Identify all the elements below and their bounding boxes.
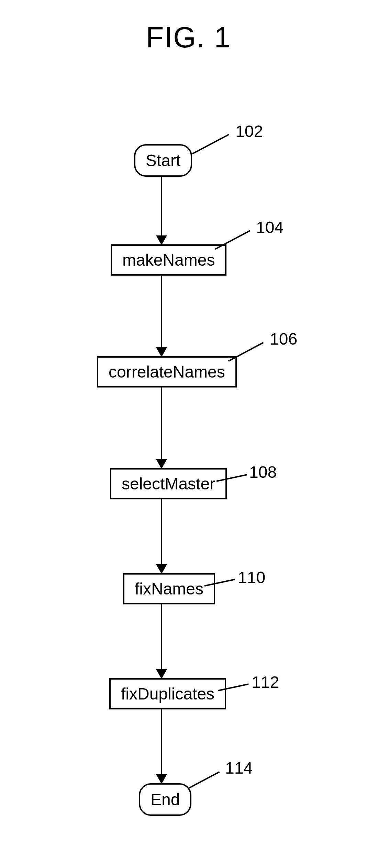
flowchart-container: FIG. 1 Start 102 makeNames 104 correlate…: [0, 0, 377, 868]
arrow-4: [161, 499, 162, 564]
selectmaster-node: selectMaster: [110, 468, 227, 499]
end-label: End: [151, 790, 180, 809]
arrow-6: [161, 709, 162, 774]
arrowhead-5: [156, 669, 167, 679]
ref-102: 102: [235, 122, 263, 141]
selectmaster-label: selectMaster: [122, 475, 215, 493]
figure-title: FIG. 1: [0, 21, 377, 54]
fixduplicates-label: fixDuplicates: [121, 685, 214, 703]
arrowhead-4: [156, 564, 167, 574]
ref-104: 104: [256, 218, 284, 237]
arrow-1: [161, 177, 162, 235]
arrowhead-3: [156, 459, 167, 469]
ref-114: 114: [225, 759, 253, 777]
makenames-node: makeNames: [111, 244, 226, 276]
ref-110: 110: [238, 568, 265, 587]
end-node: End: [139, 783, 191, 816]
ref-112: 112: [252, 673, 279, 692]
ref-line-104: [215, 230, 250, 250]
arrow-3: [161, 387, 162, 459]
ref-line-102: [192, 134, 229, 154]
start-node: Start: [134, 144, 192, 177]
fixnames-node: fixNames: [123, 573, 215, 604]
arrowhead-6: [156, 774, 167, 784]
ref-line-114: [189, 771, 220, 788]
ref-line-106: [228, 342, 264, 362]
ref-108: 108: [249, 463, 277, 482]
makenames-label: makeNames: [122, 251, 215, 269]
arrow-5: [161, 604, 162, 669]
correlatenames-label: correlateNames: [109, 363, 225, 381]
fixnames-label: fixNames: [135, 580, 203, 598]
start-label: Start: [146, 151, 180, 170]
arrowhead-1: [156, 235, 167, 245]
ref-106: 106: [270, 329, 297, 348]
fixduplicates-node: fixDuplicates: [109, 678, 226, 709]
correlatenames-node: correlateNames: [97, 356, 237, 387]
arrow-2: [161, 275, 162, 347]
arrowhead-2: [156, 347, 167, 357]
